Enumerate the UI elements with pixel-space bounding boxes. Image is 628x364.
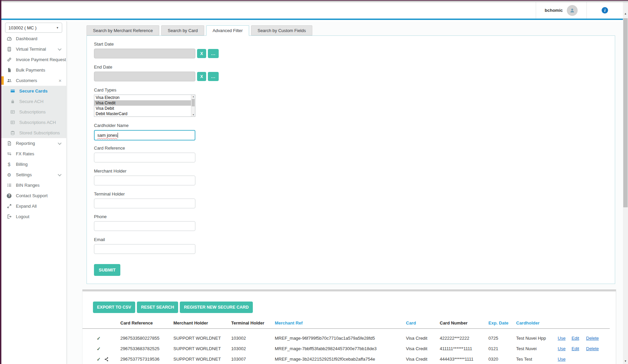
secure-cards-page: bchomic i ▲ ▼ 103002 ( MC ) ▼ DashboardV… xyxy=(0,0,628,364)
tab-search-by-custom-fields[interactable]: Search by Custom Fields xyxy=(251,25,312,35)
delete-link[interactable]: Delete xyxy=(586,336,599,341)
end-date-label: End Date xyxy=(94,64,219,70)
cell-exp-date: 0725 xyxy=(488,336,516,341)
column-header-card[interactable]: Card xyxy=(406,320,440,326)
dollar-icon: $ xyxy=(6,162,12,167)
advanced-filter-panel: Start Date X ... End Date X ... Card Typ… xyxy=(87,35,615,284)
sidebar-item-subscriptions[interactable]: Subscriptions xyxy=(1,107,66,117)
use-link[interactable]: Use xyxy=(558,357,565,362)
cell-card-reference: 2967537757319536 xyxy=(120,357,173,362)
gear-icon: ⚙ xyxy=(6,173,12,177)
sidebar-item-secure-cards[interactable]: Secure Cards xyxy=(1,86,66,96)
row-status-icons: ✓ xyxy=(82,336,120,341)
scroll-up-arrow-icon[interactable]: ▲ xyxy=(623,12,628,15)
scrollbar-thumb[interactable] xyxy=(623,18,628,207)
sidebar-item-dashboard[interactable]: Dashboard xyxy=(1,33,66,44)
register-new-secure-card-button[interactable]: REGISTER NEW SECURE CARD xyxy=(180,302,253,313)
report-icon xyxy=(6,141,12,146)
edit-link[interactable]: Edit xyxy=(572,346,579,351)
close-icon[interactable]: × xyxy=(58,78,62,83)
sidebar-item-logout[interactable]: Logout xyxy=(1,211,66,222)
sidebar-item-bin-ranges[interactable]: BIN Ranges xyxy=(1,180,66,190)
sidebar-item-contact-support[interactable]: ?Contact Support xyxy=(1,190,66,201)
cell-action: Edit xyxy=(572,346,586,351)
submit-button[interactable]: SUBMIT xyxy=(94,264,120,276)
expand-icon xyxy=(6,204,12,209)
sidebar-item-secure-ach[interactable]: Secure ACH xyxy=(1,96,66,107)
reset-search-button[interactable]: RESET SEARCH xyxy=(137,302,178,313)
sidebar-item-label: Settings xyxy=(16,172,32,177)
column-header-exp-date[interactable]: Exp. Date xyxy=(488,320,516,326)
terminal-holder-label: Terminal Holder xyxy=(94,191,195,197)
email-input[interactable] xyxy=(94,244,195,254)
sidebar-item-subscriptions-ach[interactable]: Subscriptions ACH xyxy=(1,117,66,128)
cell-cardholder: Test Nuvei xyxy=(516,346,558,351)
listbox-scrollbar[interactable]: ▲ ▼ xyxy=(191,95,195,116)
newspaper-icon xyxy=(9,120,16,125)
sidebar-item-stored-subscriptions[interactable]: Stored Subscriptions xyxy=(1,128,66,138)
table-row: ✓2967537757319536SUPPORT WORLDNET103007M… xyxy=(82,354,610,364)
end-date-clear-button[interactable]: X xyxy=(197,72,206,81)
sidebar-item-reporting[interactable]: Reporting xyxy=(1,138,66,149)
card-reference-input[interactable] xyxy=(94,153,195,162)
tab-search-by-card[interactable]: Search by Card xyxy=(161,25,204,35)
sidebar: 103002 ( MC ) ▼ DashboardVirtual Termina… xyxy=(1,21,67,364)
start-date-input[interactable] xyxy=(94,49,195,58)
tab-search-by-merchant-reference[interactable]: Search by Merchant Reference xyxy=(87,25,159,35)
phone-input[interactable] xyxy=(94,221,195,231)
end-date-picker-button[interactable]: ... xyxy=(208,72,219,81)
card-type-option[interactable]: Visa Debit xyxy=(94,106,195,111)
start-date-picker-button[interactable]: ... xyxy=(208,49,219,58)
sidebar-item-fx-rates[interactable]: FX Rates xyxy=(1,149,66,159)
card-types-listbox[interactable]: Visa ElectronVisa CreditVisa DebitDebit … xyxy=(94,95,195,117)
field-cardholder-name: Cardholder Name sam jones xyxy=(94,123,195,140)
card-type-option[interactable]: Visa Electron xyxy=(94,95,195,100)
card-type-option[interactable]: Debit MasterCard xyxy=(94,111,195,116)
use-link[interactable]: Use xyxy=(558,346,565,351)
table-row: ✓2967533683782525SUPPORT WORLDNET103002M… xyxy=(82,343,610,354)
verified-check-icon: ✓ xyxy=(97,357,101,362)
question-icon-glyph: ? xyxy=(7,193,11,198)
window-chrome-top xyxy=(0,0,628,2)
terminal-select-value: 103002 ( MC ) xyxy=(8,25,37,30)
sidebar-item-customers[interactable]: Customers× xyxy=(1,75,66,86)
user-menu[interactable]: bchomic xyxy=(536,2,586,19)
info-button[interactable]: i xyxy=(586,2,623,19)
listbox-scroll-up-icon[interactable]: ▲ xyxy=(191,96,195,98)
listbox-scroll-down-icon[interactable]: ▼ xyxy=(191,114,195,116)
sidebar-item-expand-all[interactable]: Expand All xyxy=(1,201,66,211)
merchant-holder-input[interactable] xyxy=(94,176,195,185)
terminal-select[interactable]: 103002 ( MC ) ▼ xyxy=(5,23,62,33)
sidebar-item-virtual-terminal[interactable]: Virtual Terminal xyxy=(1,44,66,54)
user-avatar-icon xyxy=(567,5,578,16)
file-icon xyxy=(6,68,12,73)
cardholder-name-input[interactable]: sam jones xyxy=(94,130,195,140)
end-date-input[interactable] xyxy=(94,72,195,81)
scroll-down-arrow-icon[interactable]: ▼ xyxy=(623,360,628,363)
field-phone: Phone xyxy=(94,214,195,231)
sidebar-item-label: Expand All xyxy=(16,204,37,209)
newspaper-icon xyxy=(9,109,16,114)
page-scrollbar[interactable]: ▲ ▼ xyxy=(623,2,628,364)
tab-advanced-filter[interactable]: Advanced Filter xyxy=(206,25,249,36)
sidebar-item-invoice-payment-request[interactable]: Invoice Payment Request xyxy=(1,54,66,65)
gear-icon-glyph: ⚙ xyxy=(7,173,11,177)
export-to-csv-button[interactable]: EXPORT TO CSV xyxy=(93,302,135,313)
delete-link[interactable]: Delete xyxy=(586,346,599,351)
sidebar-item-bulk-payments[interactable]: Bulk Payments xyxy=(1,65,66,75)
column-header-cardholder[interactable]: Cardholder xyxy=(516,320,558,326)
card-type-option[interactable]: Visa Credit xyxy=(94,100,195,106)
calculator-icon xyxy=(6,47,12,52)
card-reference-label: Card Reference xyxy=(94,146,195,151)
table-header-row: Card ReferenceMerchant HolderTerminal Ho… xyxy=(82,320,610,329)
terminal-holder-input[interactable] xyxy=(94,199,195,208)
cell-card-reference: 2967533683782525 xyxy=(120,346,173,351)
sidebar-item-settings[interactable]: ⚙Settings xyxy=(1,170,66,180)
sidebar-item-billing[interactable]: $Billing xyxy=(1,159,66,170)
listbox-scroll-thumb[interactable] xyxy=(192,99,195,106)
cell-terminal-holder: 103007 xyxy=(231,357,275,362)
edit-link[interactable]: Edit xyxy=(572,336,579,341)
start-date-clear-button[interactable]: X xyxy=(197,49,206,58)
column-header-merchant-ref[interactable]: Merchant Ref xyxy=(275,320,406,326)
use-link[interactable]: Use xyxy=(558,336,565,341)
